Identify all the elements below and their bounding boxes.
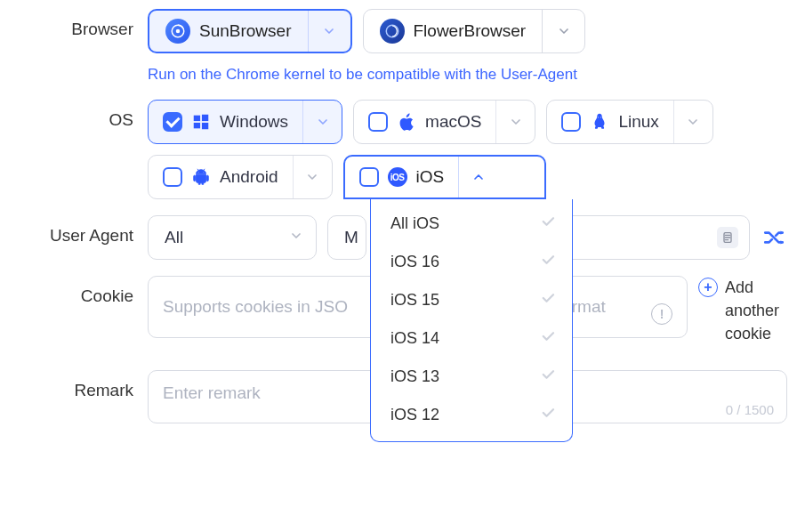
add-cookie-label: Add another cookie: [725, 276, 787, 345]
ios-version-item[interactable]: iOS 13: [371, 358, 572, 396]
android-icon: [191, 167, 211, 187]
info-icon[interactable]: !: [651, 303, 672, 325]
add-another-cookie-button[interactable]: + Add another cookie: [698, 276, 787, 345]
os-option-linux[interactable]: Linux: [546, 100, 712, 144]
browser-label: Browser: [9, 9, 133, 39]
checkbox-icon[interactable]: [163, 112, 182, 132]
checkbox-icon[interactable]: [561, 112, 581, 132]
checkbox-icon[interactable]: [163, 167, 182, 187]
shuffle-button[interactable]: [761, 224, 787, 251]
os-option-windows[interactable]: Windows: [148, 100, 342, 144]
dropdown-item-label: iOS 12: [390, 406, 439, 424]
chevron-down-icon[interactable]: [293, 156, 332, 198]
select-value: All: [165, 228, 183, 247]
chevron-down-icon[interactable]: [308, 11, 350, 52]
ios-version-item[interactable]: All iOS: [371, 205, 572, 243]
check-icon: [540, 328, 556, 349]
ios-icon: iOS: [388, 167, 407, 187]
cookie-label: Cookie: [9, 276, 133, 306]
remark-label: Remark: [9, 370, 133, 400]
user-agent-version-select[interactable]: M: [327, 215, 366, 260]
ios-version-item[interactable]: iOS 16: [371, 243, 572, 281]
checkbox-icon[interactable]: [368, 112, 388, 132]
dropdown-item-label: iOS 13: [390, 367, 439, 386]
apple-icon: [397, 112, 416, 132]
svg-point-1: [176, 29, 181, 34]
os-option-ios[interactable]: iOS iOS: [343, 155, 546, 199]
chevron-up-icon[interactable]: [458, 157, 497, 197]
dropdown-item-label: All iOS: [390, 214, 439, 233]
browser-option-flowerbrowser[interactable]: FlowerBrowser: [363, 9, 586, 53]
os-option-label: Windows: [220, 112, 288, 132]
plus-icon: +: [698, 278, 718, 297]
browser-option-label: FlowerBrowser: [414, 21, 527, 41]
remark-char-counter: 0 / 1500: [726, 402, 774, 417]
check-icon: [540, 405, 556, 425]
ios-version-item[interactable]: iOS 12: [371, 396, 572, 434]
checkbox-icon[interactable]: [359, 167, 379, 187]
ios-version-dropdown[interactable]: All iOS iOS 16 iOS 15 iOS 14 iOS 13 iOS …: [370, 199, 573, 442]
check-icon: [540, 290, 556, 310]
check-icon: [540, 214, 556, 234]
chevron-down-icon: [289, 228, 303, 247]
chevron-down-icon[interactable]: [673, 101, 712, 143]
check-icon: [540, 252, 556, 272]
windows-icon: [191, 112, 211, 132]
dropdown-item-label: iOS 16: [390, 253, 439, 271]
linux-icon: [590, 112, 609, 132]
svg-rect-4: [202, 115, 208, 121]
os-option-label: iOS: [416, 167, 445, 187]
os-option-macos[interactable]: macOS: [353, 100, 535, 144]
ios-version-item[interactable]: iOS 14: [371, 319, 572, 358]
os-option-label: Android: [220, 167, 278, 187]
svg-rect-5: [194, 123, 200, 128]
os-label: OS: [9, 100, 133, 130]
browser-option-sunbrowser[interactable]: SunBrowser: [148, 9, 352, 53]
user-agent-label: User Agent: [9, 215, 133, 246]
os-option-android[interactable]: Android: [148, 155, 333, 199]
chevron-down-icon[interactable]: [302, 101, 342, 143]
svg-rect-3: [194, 116, 200, 121]
ios-version-item[interactable]: iOS 15: [371, 281, 572, 319]
os-option-label: macOS: [425, 112, 481, 132]
clipboard-icon[interactable]: [717, 227, 738, 248]
remark-placeholder: Enter remark: [163, 383, 261, 402]
chevron-down-icon[interactable]: [542, 10, 584, 52]
sunbrowser-icon: [165, 19, 190, 44]
os-option-label: Linux: [618, 112, 658, 132]
dropdown-item-label: iOS 14: [390, 329, 439, 348]
user-agent-system-select[interactable]: All: [148, 215, 317, 260]
select-value: M: [344, 228, 358, 247]
check-icon: [540, 367, 556, 387]
flowerbrowser-icon: [380, 19, 405, 44]
browser-option-label: SunBrowser: [199, 21, 292, 41]
chevron-down-icon[interactable]: [495, 101, 535, 143]
svg-rect-6: [202, 123, 208, 129]
dropdown-item-label: iOS 15: [390, 291, 439, 310]
browser-kernel-note: Run on the Chrome kernel to be compatibl…: [148, 66, 787, 84]
